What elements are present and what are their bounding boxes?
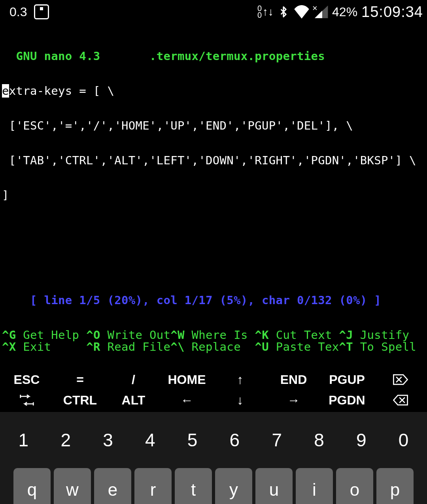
num-key-3[interactable]: 3 xyxy=(88,429,128,451)
termux-extra-keys: ESC=/HOME↑ENDPGUP CTRLALT←↓→PGDN xyxy=(0,365,427,412)
nano-help-row: ^X Exit ^R Read File^\ Replace ^U Paste … xyxy=(2,341,425,353)
extra-key-pgup[interactable]: PGUP xyxy=(320,372,374,387)
letter-key-y[interactable]: y xyxy=(215,468,252,504)
num-key-7[interactable]: 7 xyxy=(257,429,297,451)
terminal-pane[interactable]: GNU nano 4.3 .termux/termux.properties e… xyxy=(0,24,427,365)
letter-key-q[interactable]: q xyxy=(13,468,51,504)
letter-key-r[interactable]: r xyxy=(134,468,172,504)
extra-key-pgdn[interactable]: PGDN xyxy=(320,393,374,408)
extra-key-=[interactable]: = xyxy=(53,372,107,387)
letter-key-e[interactable]: e xyxy=(94,468,131,504)
extra-key-⌫[interactable] xyxy=(374,395,427,406)
delete-icon xyxy=(393,374,408,385)
num-key-4[interactable]: 4 xyxy=(130,429,170,451)
status-bar: 0.3 00↑↓ × 42% 15:09:34 xyxy=(0,0,427,24)
soft-keyboard: 1234567890 qwertyuiop asdfghjkl zxcvbnm … xyxy=(0,412,427,504)
extra-key-↑[interactable]: ↑ xyxy=(214,372,267,387)
status-clock: 15:09:34 xyxy=(361,4,423,21)
battery-percent: 42% xyxy=(332,5,357,19)
num-key-2[interactable]: 2 xyxy=(46,429,85,451)
letter-key-t[interactable]: t xyxy=(175,468,212,504)
session-indicator-icon xyxy=(34,4,49,19)
num-key-9[interactable]: 9 xyxy=(342,429,381,451)
letter-key-o[interactable]: o xyxy=(336,468,373,504)
letter-key-u[interactable]: u xyxy=(255,468,293,504)
extra-key-ctrl[interactable]: CTRL xyxy=(53,393,107,408)
letter-key-w[interactable]: w xyxy=(54,468,91,504)
cursor: e xyxy=(2,84,9,98)
extra-key-esc[interactable]: ESC xyxy=(0,372,53,387)
num-key-1[interactable]: 1 xyxy=(4,429,43,451)
num-key-5[interactable]: 5 xyxy=(173,429,212,451)
extra-key-alt[interactable]: ALT xyxy=(107,393,160,408)
extra-key-→[interactable]: → xyxy=(267,393,320,408)
nano-status-line: [ line 1/5 (20%), col 1/17 (5%), char 0/… xyxy=(2,295,425,307)
editor-line-2: ['ESC','=','/','HOME','UP','END','PGUP',… xyxy=(2,120,425,132)
tab-icon xyxy=(19,395,34,406)
letter-key-p[interactable]: p xyxy=(376,468,414,504)
extra-key-home[interactable]: HOME xyxy=(160,372,214,387)
bluetooth-icon xyxy=(278,5,289,19)
status-left-value: 0.3 xyxy=(9,5,27,19)
data-traffic-icon: 00↑↓ xyxy=(257,5,274,19)
extra-key-⌦[interactable] xyxy=(374,374,427,385)
extra-key-←[interactable]: ← xyxy=(160,393,214,408)
extra-key-↓[interactable]: ↓ xyxy=(214,393,267,408)
backspace-icon xyxy=(393,395,408,406)
extra-key-/[interactable]: / xyxy=(107,372,160,387)
editor-line-3: ['TAB','CTRL','ALT','LEFT','DOWN','RIGHT… xyxy=(2,155,425,167)
nano-title-file: .termux/termux.properties xyxy=(149,49,325,63)
extra-key-⇥[interactable] xyxy=(0,395,53,406)
nano-title-app: GNU nano 4.3 xyxy=(2,49,100,63)
num-key-0[interactable]: 0 xyxy=(384,429,423,451)
extra-key-end[interactable]: END xyxy=(267,372,320,387)
wifi-icon xyxy=(293,5,310,19)
editor-line-1: xtra-keys = [ \ xyxy=(9,84,114,98)
nano-help-row: ^G Get Help ^O Write Out^W Where Is ^K C… xyxy=(2,329,425,341)
num-key-6[interactable]: 6 xyxy=(215,429,254,451)
editor-line-4: ] xyxy=(2,190,425,201)
signal-icon: × xyxy=(314,6,328,18)
letter-key-i[interactable]: i xyxy=(296,468,333,504)
num-key-8[interactable]: 8 xyxy=(299,429,339,451)
